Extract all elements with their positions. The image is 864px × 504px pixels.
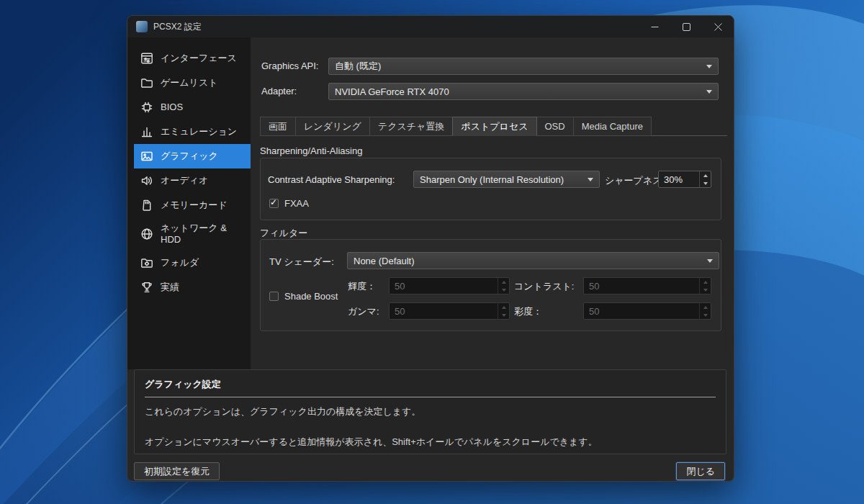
sidebar-item-label: フォルダ <box>161 257 199 269</box>
fxaa-checkbox-row[interactable]: FXAA <box>269 198 309 209</box>
filter-groupbox: TV シェーダー: None (Default) Shade Boost 輝度：… <box>260 239 721 331</box>
audio-icon <box>140 174 154 188</box>
spin-down-icon[interactable] <box>700 179 711 187</box>
sidebar-item-bios[interactable]: BIOS <box>134 95 251 120</box>
window-title: PCSX2 設定 <box>153 21 202 33</box>
help-divider <box>145 397 716 397</box>
adapter-dropdown[interactable]: NVIDIA GeForce RTX 4070 <box>328 83 719 100</box>
spin-up-icon <box>700 303 711 311</box>
contrast-spinner: 50 <box>583 277 711 294</box>
tab-display[interactable]: 画面 <box>260 117 296 136</box>
settings-sidebar: インターフェース ゲームリスト BIOS エミュレーション グラフィック <box>127 37 251 369</box>
graphics-icon <box>140 149 154 163</box>
adapter-label: Adapter: <box>261 86 297 96</box>
brightness-label: 輝度： <box>348 280 376 293</box>
contrast-value: 50 <box>584 278 699 294</box>
spin-up-icon <box>498 278 509 286</box>
filter-section-title: フィルター <box>260 227 307 240</box>
help-text-2: オプションにマウスオーバーすると追加情報が表示され、Shift+ホイールでパネル… <box>145 436 716 449</box>
tab-post-processing[interactable]: ポストプロセス <box>452 117 536 136</box>
maximize-icon <box>683 23 690 31</box>
sidebar-item-label: ゲームリスト <box>161 77 218 89</box>
game-list-icon <box>140 76 154 90</box>
folders-icon <box>140 256 154 270</box>
tab-media-capture[interactable]: Media Capture <box>573 117 652 136</box>
sharpening-groupbox: Contrast Adaptive Sharpening: Sharpen On… <box>260 158 721 220</box>
chevron-down-icon <box>706 65 712 68</box>
sidebar-item-emulation[interactable]: エミュレーション <box>134 120 251 144</box>
graphics-settings-pane: Graphics API: 自動 (既定) Adapter: NVIDIA Ge… <box>251 37 734 369</box>
minimize-icon <box>651 23 659 31</box>
sidebar-item-network-hdd[interactable]: ネットワーク & HDD <box>134 217 251 251</box>
gamma-spinner: 50 <box>389 302 510 320</box>
sidebar-item-label: メモリーカード <box>161 199 228 211</box>
bios-icon <box>140 100 154 114</box>
fxaa-checkbox[interactable] <box>269 199 279 208</box>
spin-up-icon <box>498 303 509 311</box>
shade-boost-checkbox-row[interactable]: Shade Boost <box>269 291 338 302</box>
chevron-down-icon <box>707 259 713 263</box>
sidebar-item-achievements[interactable]: 実績 <box>134 275 251 300</box>
sidebar-item-label: オーディオ <box>161 175 208 186</box>
help-title: グラフィック設定 <box>145 378 716 391</box>
titlebar: PCSX2 設定 <box>127 16 734 37</box>
spin-down-icon <box>700 311 711 319</box>
spin-up-icon <box>700 278 711 286</box>
saturation-spinner: 50 <box>583 302 711 320</box>
spin-down-icon <box>700 286 711 294</box>
brightness-value: 50 <box>390 278 498 294</box>
graphics-api-dropdown[interactable]: 自動 (既定) <box>328 58 719 75</box>
restore-defaults-button[interactable]: 初期設定を復元 <box>134 462 220 480</box>
shade-boost-label: Shade Boost <box>284 291 338 302</box>
close-dialog-button[interactable]: 閉じる <box>676 462 725 480</box>
sidebar-item-folders[interactable]: フォルダ <box>134 251 251 275</box>
sidebar-item-label: インターフェース <box>161 53 237 64</box>
tab-texture-replacement[interactable]: テクスチャ置換 <box>369 117 454 136</box>
tv-shader-dropdown[interactable]: None (Default) <box>347 252 719 269</box>
sharpness-spinner[interactable]: 30% <box>658 171 711 188</box>
achievements-icon <box>140 280 154 294</box>
emulation-icon <box>140 125 154 139</box>
fxaa-label: FXAA <box>284 198 309 209</box>
sidebar-item-audio[interactable]: オーディオ <box>134 168 251 193</box>
chevron-down-icon <box>588 178 593 181</box>
cas-value: Sharpen Only (Internal Resolution) <box>420 174 564 185</box>
sidebar-item-label: 実績 <box>161 282 179 293</box>
cas-label: Contrast Adaptive Sharpening: <box>268 174 395 185</box>
tab-rendering[interactable]: レンダリング <box>295 117 370 136</box>
gamma-label: ガンマ: <box>348 305 379 318</box>
sidebar-item-interface[interactable]: インターフェース <box>134 46 251 71</box>
close-button[interactable] <box>702 16 734 37</box>
gamma-value: 50 <box>390 303 498 319</box>
close-icon <box>714 23 722 31</box>
network-icon <box>140 227 154 241</box>
spin-up-icon[interactable] <box>700 171 711 179</box>
help-panel: グラフィック設定 これらのオプションは、グラフィック出力の構成を決定します。 オ… <box>134 369 726 454</box>
pcsx2-logo-icon <box>136 21 148 32</box>
brightness-spinner: 50 <box>389 277 510 294</box>
sidebar-item-label: グラフィック <box>161 150 218 162</box>
graphics-tabbar: 画面 レンダリング テクスチャ置換 ポストプロセス OSD Media Capt… <box>260 116 727 136</box>
sidebar-item-memory-card[interactable]: メモリーカード <box>134 193 251 217</box>
spin-down-icon <box>498 286 509 294</box>
pcsx2-settings-window: PCSX2 設定 インターフェース ゲームリスト <box>127 15 734 482</box>
maximize-button[interactable] <box>670 16 702 37</box>
sidebar-item-game-list[interactable]: ゲームリスト <box>134 71 251 95</box>
contrast-label: コントラスト: <box>514 280 574 293</box>
sidebar-item-graphics[interactable]: グラフィック <box>134 144 251 168</box>
tv-shader-value: None (Default) <box>354 256 415 266</box>
interface-icon <box>140 51 154 66</box>
graphics-api-label: Graphics API: <box>261 60 318 71</box>
saturation-label: 彩度： <box>514 305 542 318</box>
sharpness-label: シャープネス: <box>605 174 665 187</box>
tab-osd[interactable]: OSD <box>536 117 574 136</box>
sidebar-item-label: ネットワーク & HDD <box>161 222 238 246</box>
graphics-api-value: 自動 (既定) <box>335 60 381 73</box>
tv-shader-label: TV シェーダー: <box>269 256 334 269</box>
shade-boost-checkbox[interactable] <box>269 292 279 301</box>
sharpness-value: 30% <box>659 171 699 187</box>
help-text-1: これらのオプションは、グラフィック出力の構成を決定します。 <box>145 405 716 418</box>
cas-dropdown[interactable]: Sharpen Only (Internal Resolution) <box>413 171 600 188</box>
minimize-button[interactable] <box>639 16 670 37</box>
saturation-value: 50 <box>584 303 699 319</box>
